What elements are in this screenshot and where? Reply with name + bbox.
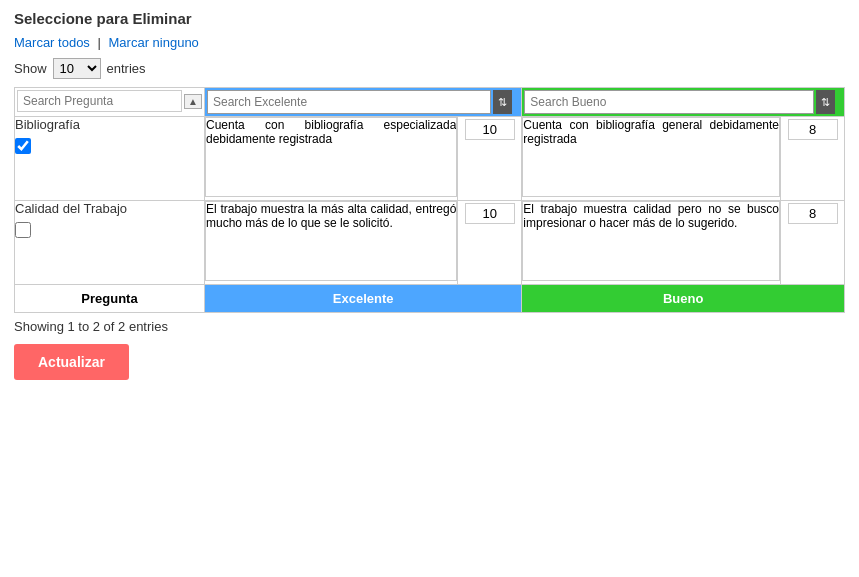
table-row: Calidad del Trabajo El trabajo muestra l… [15,201,845,285]
search-excelente-inner: ⇅ [207,90,519,114]
actualizar-button[interactable]: Actualizar [14,344,129,380]
excelente-textarea-0[interactable]: Cuenta con bibliografía especializada de… [205,117,457,197]
search-pregunta-cell: ▲ [15,88,205,117]
footer-excelente: Excelente [205,285,522,313]
show-entries: Show 10 25 50 100 entries [14,58,845,79]
pregunta-text-0: Bibliografía [15,117,204,132]
mark-links: Marcar todos | Marcar ninguno [14,35,845,50]
table-body: Bibliografía Cuenta con bibliografía esp… [15,117,845,285]
search-excelente-input[interactable] [207,90,491,114]
excelente-textarea-1[interactable]: El trabajo muestra la más alta calidad, … [205,201,457,281]
entries-label: entries [107,61,146,76]
show-label: Show [14,61,47,76]
page-title: Seleccione para Eliminar [14,10,845,27]
pregunta-header-sort: ▲ [17,90,202,112]
cell-excelente-score-1 [458,201,522,285]
checkbox-container-0 [15,138,204,157]
footer-row: Pregunta Excelente Bueno [15,285,845,313]
mark-all-link[interactable]: Marcar todos [14,35,90,50]
cell-excelente-1: El trabajo muestra la más alta calidad, … [205,201,458,285]
cell-excelente-score-0 [458,117,522,201]
excelente-sort-button[interactable]: ⇅ [493,90,512,114]
showing-text: Showing 1 to 2 of 2 entries [14,319,845,334]
cell-bueno-0: Cuenta con bibliografía general debidame… [522,117,781,201]
row-checkbox-1[interactable] [15,222,31,238]
page-container: Seleccione para Eliminar Marcar todos | … [0,0,859,390]
bueno-sort-button[interactable]: ⇅ [816,90,835,114]
cell-pregunta-0: Bibliografía [15,117,205,201]
bueno-score-1[interactable] [788,203,838,224]
cell-bueno-1: El trabajo muestra calidad pero no se bu… [522,201,781,285]
entries-select[interactable]: 10 25 50 100 [53,58,101,79]
excelente-score-0[interactable] [465,119,515,140]
cell-pregunta-1: Calidad del Trabajo [15,201,205,285]
row-checkbox-0[interactable] [15,138,31,154]
footer-bueno: Bueno [522,285,845,313]
search-bueno-cell: ⇅ [522,88,845,117]
cell-bueno-score-1 [781,201,845,285]
pregunta-sort-icon[interactable]: ▲ [184,94,202,109]
checkbox-container-1 [15,222,204,241]
pregunta-text-1: Calidad del Trabajo [15,201,204,216]
bueno-textarea-0[interactable]: Cuenta con bibliografía general debidame… [522,117,780,197]
search-pregunta-input[interactable] [17,90,182,112]
search-excelente-cell: ⇅ [205,88,522,117]
bueno-score-0[interactable] [788,119,838,140]
bueno-textarea-1[interactable]: El trabajo muestra calidad pero no se bu… [522,201,780,281]
separator: | [98,35,101,50]
data-table: ▲ ⇅ ⇅ Bibliogra [14,87,845,313]
mark-none-link[interactable]: Marcar ninguno [109,35,199,50]
excelente-score-1[interactable] [465,203,515,224]
search-bueno-input[interactable] [524,90,814,114]
search-bueno-inner: ⇅ [524,90,842,114]
cell-bueno-score-0 [781,117,845,201]
cell-excelente-0: Cuenta con bibliografía especializada de… [205,117,458,201]
footer-pregunta: Pregunta [15,285,205,313]
table-row: Bibliografía Cuenta con bibliografía esp… [15,117,845,201]
search-row: ▲ ⇅ ⇅ [15,88,845,117]
